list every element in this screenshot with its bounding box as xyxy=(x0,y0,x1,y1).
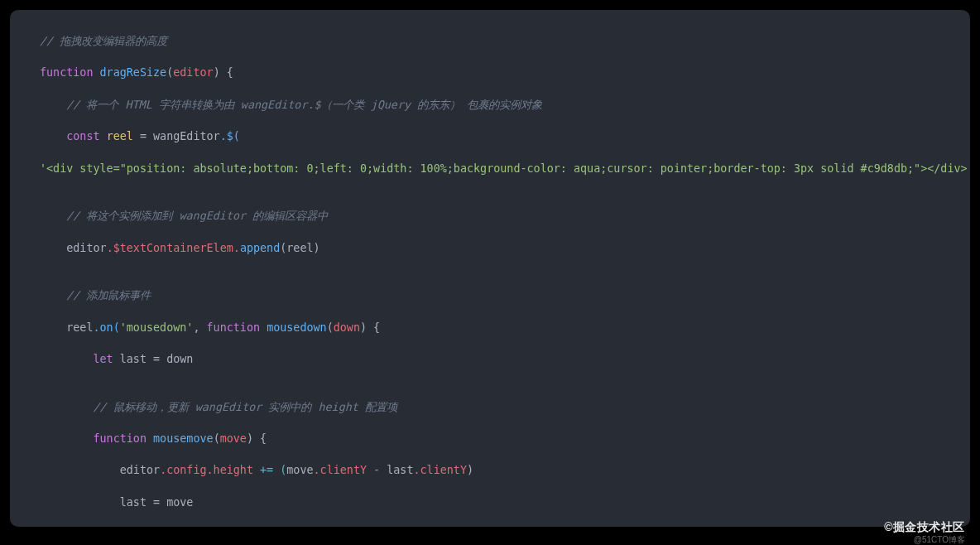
comment: // 添加鼠标事件 xyxy=(66,289,151,301)
keyword-function: function xyxy=(40,66,94,79)
keyword-let: let xyxy=(94,353,113,365)
eq: = xyxy=(133,130,153,142)
brace: { xyxy=(220,66,233,79)
down: down xyxy=(166,353,193,365)
comment: // 将这个实例添加到 wangEditor 的编辑区容器中 xyxy=(66,210,328,222)
clientY: .clientY xyxy=(314,464,368,476)
comment: // 将一个 HTML 字符串转换为由 wangEditor.$（一个类 jQu… xyxy=(66,99,542,111)
prop-textcontainer: .$textContainerElem. xyxy=(107,242,240,254)
code-panel: // 拖拽改变编辑器的高度 function dragReSize(editor… xyxy=(10,10,970,527)
minus: - xyxy=(367,464,387,476)
eq: = xyxy=(147,353,166,365)
wangEditor: wangEditor xyxy=(153,130,220,142)
eq: = xyxy=(147,496,166,509)
paren-close: ) xyxy=(467,464,473,476)
reel-arg: reel xyxy=(286,242,313,254)
code-block: // 拖拽改变编辑器的高度 function dragReSize(editor… xyxy=(10,33,970,527)
config-height: .config.height xyxy=(160,464,253,476)
dollar-fn: .$( xyxy=(220,130,240,142)
param-move: move xyxy=(220,432,247,445)
last: last xyxy=(387,464,413,476)
keyword-function: function xyxy=(94,432,147,445)
fn-mousemove: mousemove xyxy=(153,432,214,445)
function-name: dragReSize xyxy=(100,66,167,79)
keyword-const: const xyxy=(66,130,99,142)
var-reel: reel xyxy=(107,130,133,142)
keyword-function: function xyxy=(207,321,261,334)
editor: editor xyxy=(66,242,106,254)
var-last: last xyxy=(120,353,147,365)
last: last xyxy=(120,496,147,509)
editor: editor xyxy=(120,464,160,476)
param: editor xyxy=(173,66,213,79)
comment: // 鼠标移动，更新 wangEditor 实例中的 height 配置项 xyxy=(94,401,397,413)
pluseq: += ( xyxy=(253,464,286,476)
watermark-51cto: @51CTO博客 xyxy=(914,534,965,545)
param-down: down xyxy=(334,321,360,334)
comment: // 拖拽改变编辑器的高度 xyxy=(40,35,167,47)
append: append xyxy=(240,242,280,254)
move: move xyxy=(166,496,193,509)
fn-mousedown: mousedown xyxy=(267,321,327,334)
html-string: '<div style="position: absolute;bottom: … xyxy=(40,162,970,175)
reel: reel xyxy=(66,321,93,334)
on-method: .on( xyxy=(94,321,120,334)
watermark-juejin: ©掘金技术社区 xyxy=(884,520,965,535)
move: move xyxy=(286,464,313,476)
mousedown-str: 'mousedown' xyxy=(120,321,194,334)
clientY: .clientY xyxy=(414,464,468,476)
comma: , xyxy=(193,321,206,334)
